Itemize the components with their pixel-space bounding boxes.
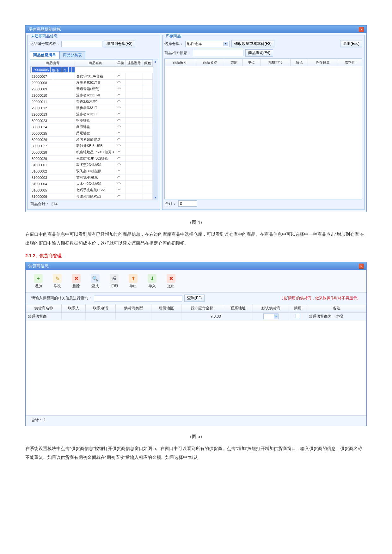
table-row[interactable]: 29000011普通2.0(木类)个: [30, 99, 153, 105]
exit-label: 退出: [167, 283, 175, 289]
disable-checkbox[interactable]: [296, 314, 300, 318]
col-sup-remark[interactable]: 备注: [307, 304, 366, 313]
default-supplier-select[interactable]: ▼: [263, 314, 279, 319]
delete-button[interactable]: ✖ 删除: [67, 273, 85, 290]
print-button[interactable]: 🖨 打印: [105, 273, 123, 290]
edit-button[interactable]: ✎ 修改: [48, 273, 66, 290]
col-spec2[interactable]: 规格型号: [260, 59, 290, 66]
cell-unit: 个: [116, 155, 126, 162]
tab-product-categories[interactable]: 商品分类表: [59, 51, 85, 59]
table-row[interactable]: 29000007赛友SY310A音箱个: [30, 73, 153, 80]
product-code-or-name-input[interactable]: [61, 41, 102, 47]
col-name2[interactable]: 商品名称: [195, 59, 225, 66]
col-sup-payable[interactable]: 我方应付金额: [181, 304, 223, 313]
cell-name: 可维光电鼠PS/2: [75, 193, 116, 200]
table-row[interactable]: 29000010漫步者R211T-II个: [30, 92, 153, 99]
table-row[interactable]: 30000028积嘉铠煌星JK-311超薄B个: [30, 149, 153, 155]
add-to-warehouse-button[interactable]: 增加到仓库(F2): [104, 40, 135, 47]
table-row[interactable]: 30000029积嘉防水JK-302键盘个: [30, 155, 153, 162]
cell-name: 新触觉KB-5 USB: [75, 143, 116, 149]
table-row[interactable]: 29000008漫步者R201T-II个: [30, 80, 153, 86]
exit-button[interactable]: 退出(Esc): [340, 40, 362, 47]
col-code[interactable]: 商品编号: [30, 60, 75, 67]
table-row[interactable]: 31000003艾可3D机械鼠个: [30, 174, 153, 181]
supplier-search-input[interactable]: [94, 295, 182, 301]
table-row[interactable]: 30000025桑尼键盘个: [30, 130, 153, 137]
figure-caption-4: （图 4）: [25, 220, 367, 225]
col-sup-contact[interactable]: 联系人: [62, 304, 86, 313]
cell-sup-name: 普通供货商: [26, 313, 62, 320]
table-row[interactable]: 29000013漫步者R131T个: [30, 111, 153, 118]
cell-color: [143, 137, 152, 143]
cell-spec: [126, 193, 143, 200]
col-sup-type[interactable]: 供货商类型: [115, 304, 151, 313]
product-query-button[interactable]: 商品查询(F4): [245, 49, 273, 57]
toolbar: ＋ 增加 ✎ 修改 ✖ 删除 🔍 查找 🖨 打印 ⬆ 导出: [26, 270, 366, 293]
label-sup-total: 合计：: [31, 418, 43, 422]
col-sup-region[interactable]: 所属地区: [151, 304, 181, 313]
table-row[interactable]: 29000009普通音箱(塑壳)个: [30, 86, 153, 92]
table-row[interactable]: 31000004大水牛2D机械鼠个: [30, 181, 153, 187]
col-unit[interactable]: 单位: [116, 60, 126, 67]
cell-spec: [126, 162, 143, 168]
query-button[interactable]: 查询(F2): [184, 295, 205, 302]
col-code2[interactable]: 商品编号: [165, 59, 195, 66]
table-row[interactable]: 普通供货商 ￥0.00 ▼ 普通供货商为一虚拟: [26, 313, 366, 320]
table-row[interactable]: 31000005七巧手光电鼠PS/2个: [30, 187, 153, 193]
chevron-down-icon: ▼: [274, 314, 278, 319]
col-color2[interactable]: 颜色: [290, 59, 308, 66]
col-cost2[interactable]: 成本价: [338, 59, 362, 66]
section-heading-supplier: 2.1.2、供货商管理: [25, 253, 367, 259]
col-spec[interactable]: 规格型号: [126, 60, 143, 67]
cell-spec: [126, 181, 143, 187]
cell-spec: [126, 137, 143, 143]
table-row[interactable]: 29000012漫步者R331T个: [30, 105, 153, 111]
label-right-total: 合计：: [165, 201, 176, 206]
col-sup-addr[interactable]: 联系地址: [223, 304, 253, 313]
supplier-footer: 合计： 1: [26, 416, 366, 426]
exit-button[interactable]: ✖ 退出: [162, 273, 180, 290]
table-row[interactable]: 31000002双飞燕3D机械鼠个: [30, 168, 153, 174]
product-info-input[interactable]: [193, 50, 243, 56]
window-initial-inventory: 库存商品期初建帐 × 未建账商品信息 商品编号或名称： 增加到仓库(F2) 商品…: [25, 25, 367, 212]
value-right-total[interactable]: [178, 200, 197, 207]
col-name[interactable]: 商品名称: [75, 60, 116, 67]
col-sup-default[interactable]: 默认供货商: [253, 304, 289, 313]
cell-unit: 个: [116, 105, 126, 111]
panel-legend: 库存商品: [164, 33, 182, 39]
cell-name: 积嘉防水JK-302键盘: [75, 155, 116, 162]
col-unit2[interactable]: 单位: [242, 59, 260, 66]
tab-product-list[interactable]: 商品信息清单: [30, 51, 59, 59]
table-row[interactable]: 31000001双飞燕2D机械鼠个: [30, 162, 153, 168]
warehouse-select[interactable]: 配件仓库 ▼: [185, 41, 230, 47]
scroll-down-icon[interactable]: ▼: [153, 195, 158, 200]
window-title: 库存商品期初建帐: [28, 27, 61, 32]
close-icon[interactable]: ×: [359, 264, 364, 269]
table-suppliers: 供货商名称 联系人 联系电话 供货商类型 所属地区 我方应付金额 联系地址 默认…: [26, 304, 366, 320]
close-icon[interactable]: ×: [359, 27, 364, 32]
table-row[interactable]: 30000027新触觉KB-5 USB个: [30, 143, 153, 149]
cell-code: 31000004: [30, 181, 75, 187]
add-button[interactable]: ＋ 增加: [29, 273, 47, 290]
scrollbar-vertical[interactable]: ▲ ▼: [153, 59, 158, 200]
scroll-up-icon[interactable]: ▲: [153, 59, 158, 64]
exit-x-icon: ✖: [167, 274, 175, 283]
col-sup-name[interactable]: 供货商名称: [26, 304, 62, 313]
export-button[interactable]: ⬆ 导出: [124, 273, 142, 290]
find-button[interactable]: 🔍 查找: [86, 273, 104, 290]
table-row[interactable]: 30000023明基键盘个: [30, 118, 153, 124]
table-row[interactable]: 29000006纳伟仕F30A个: [30, 67, 75, 73]
col-sup-phone[interactable]: 联系电话: [86, 304, 116, 313]
col-sup-disable[interactable]: 禁用: [289, 304, 307, 313]
table-row[interactable]: 30000026爱国者超薄键盘个: [30, 137, 153, 143]
col-qty2[interactable]: 库存数量: [308, 59, 338, 66]
cell-unit: 个: [116, 193, 126, 200]
panel-inventory-products: 库存商品 选择仓库： 配件仓库 ▼ 修改数量或成本价(F3) 退出(Esc) 商…: [162, 35, 364, 210]
table-row[interactable]: 30000024鑫海键盘个: [30, 124, 153, 130]
modify-qty-cost-button[interactable]: 修改数量或成本价(F3): [231, 40, 274, 47]
col-color[interactable]: 颜色: [143, 60, 152, 67]
col-cat2[interactable]: 类别: [225, 59, 243, 66]
cell-name: 艾可3D机械鼠: [75, 174, 116, 181]
table-row[interactable]: 31000006可维光电鼠PS/2个: [30, 193, 153, 200]
import-button[interactable]: ⬇ 导入: [143, 273, 161, 290]
